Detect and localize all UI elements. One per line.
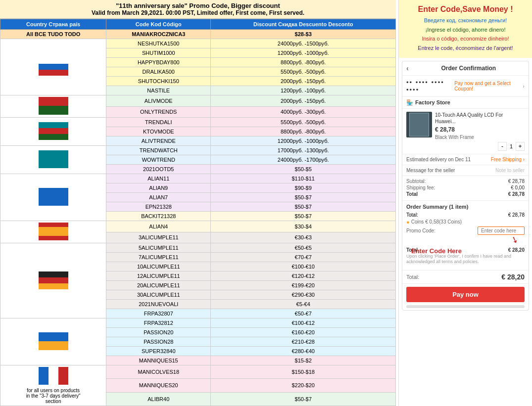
code-cell-4: DRALIKA500 [106, 67, 211, 77]
summary-total-row: Total: € 28,78 [406, 212, 525, 218]
country-cell-30 [0, 318, 106, 365]
discount-cell-20: $30-$4 [211, 221, 396, 232]
discount-cell-31: €160-€20 [211, 328, 396, 337]
discount-cell-32: €210-€28 [211, 337, 396, 347]
country-cell-22 [0, 243, 106, 318]
code-cell-8: ONLYTRENDS [106, 106, 211, 118]
code-cell-24: 10ALICUMPLE11 [106, 262, 211, 271]
promo-row: Promo Code: [406, 226, 525, 235]
discount-cell-0: $28-$3 [211, 30, 396, 39]
code-cell-35: MANICOLVES18 [106, 365, 211, 379]
coupon-link[interactable]: Pay now and get a Select Coupon! [454, 81, 523, 91]
enter-code-annotation-container: Enter Code Here ➘ [406, 236, 525, 246]
country-cell-20 [0, 221, 106, 243]
discount-cell-34: $15-$2 [211, 356, 396, 365]
discount-cell-2: 12000руб. -1000руб. [211, 48, 396, 58]
delivery-row: Estimated delivery on Dec 11 Free Shippi… [402, 154, 529, 165]
qty-increase-button[interactable]: + [516, 142, 525, 151]
code-cell-10: KTOVMODE [106, 127, 211, 136]
free-shipping-link[interactable]: Free Shipping › [491, 157, 525, 162]
code-cell-12: TRENDWATCH [106, 146, 211, 155]
store-icon: 🏪 [406, 99, 413, 106]
code-cell-15: ALIAN11 [106, 174, 211, 183]
country-cell-1 [0, 39, 106, 95]
code-cell-21: 3ALICUMPLE11 [106, 232, 211, 243]
discount-cell-14: $50-$5 [211, 165, 396, 174]
code-cell-31: PASSION20 [106, 328, 211, 337]
product-price: € 28,78 [435, 126, 525, 133]
discount-cell-3: 8800руб. -800руб. [211, 58, 396, 67]
subtotal-value: € 28,78 [508, 179, 525, 184]
right-panel: Enter Code,Save Money ! Введите код, сэк… [398, 0, 532, 406]
summary-total2-row: Total € 28,20 [406, 247, 525, 253]
code-cell-0: MANIAKROCZNICA3 [106, 30, 211, 39]
promo-header: "11th anniversary sale" Promo Code, Bigg… [0, 0, 396, 19]
discount-cell-37: $50-$7 [211, 392, 396, 406]
total-value: € 28,78 [508, 191, 525, 197]
discount-cell-29: €50-€7 [211, 309, 396, 318]
qty-control: - 1 + [435, 142, 525, 151]
discount-cell-13: 24000руб. -1700руб. [211, 155, 396, 165]
country-cell-9 [0, 118, 106, 146]
country-cell-15 [0, 174, 106, 221]
discount-cell-5: 2000руб. -150руб. [211, 77, 396, 86]
total-row: Total € 28,78 [406, 191, 525, 197]
col-discount: Discount Скидка Descuento Desconto [211, 19, 396, 30]
summary-total-label: Total: [406, 212, 418, 218]
code-cell-11: ALIVTRENDE [106, 136, 211, 146]
code-cell-2: SHUTIM1000 [106, 48, 211, 58]
code-cell-28: 2021NUEVOALI [106, 300, 211, 309]
multilang-ru: Введите код, сэкономьте деньги! [405, 16, 526, 25]
coins-value: € 0,58(33 Coins) [425, 219, 462, 225]
pay-now-button[interactable]: Pay now [406, 287, 525, 302]
promo-code-input[interactable] [478, 226, 525, 235]
code-cell-14: 2021OOTD5 [106, 165, 211, 174]
product-name: 10-Touch AAA Quality LCD For Huawei... [435, 112, 525, 125]
discount-cell-16: $90-$9 [211, 183, 396, 193]
shipping-fee-label: Shipping fee: [406, 185, 435, 190]
promo-code-section: Promo Code: Enter Code Here ➘ [406, 226, 525, 246]
discount-cell-24: €100-€10 [211, 262, 396, 271]
promo-title-line2: Valid from March 29,2021. 00:00 PST, Lim… [4, 9, 392, 16]
final-total-label: Total: [406, 274, 419, 280]
discount-cell-25: €120-€12 [211, 271, 396, 281]
discount-cell-17: $50-$7 [211, 193, 396, 202]
product-img-inner [409, 113, 429, 136]
qty-number: 1 [510, 143, 513, 149]
right-top: Enter Code,Save Money ! Введите код, сэк… [399, 0, 532, 58]
message-row: Message for the seller Note to seller [402, 165, 529, 176]
summary-title: Order Summary (1 item) [406, 204, 525, 210]
order-summary: Order Summary (1 item) Total: € 28,78 ● … [402, 201, 529, 271]
code-cell-9: TRENDALI [106, 118, 211, 127]
col-code: Code Kod Código [106, 19, 211, 30]
discount-cell-4: 5500руб. -500руб. [211, 67, 396, 77]
product-variant: Black With Frame [435, 135, 525, 140]
coins-icon: ● [406, 219, 410, 225]
delivery-label: Estimated delivery on Dec 11 [406, 157, 471, 162]
multilang-fr: Entrez le code, économisez de l'argent! [405, 44, 526, 53]
discount-cell-18: $50-$7 [211, 202, 396, 212]
code-cell-19: BACKIT21328 [106, 212, 211, 221]
discount-cell-35: $150-$18 [211, 365, 396, 379]
discount-cell-33: €280-€40 [211, 347, 396, 356]
code-cell-3: HAPPYBDAY800 [106, 58, 211, 67]
discount-cell-11: 12000руб. -1000руб. [211, 136, 396, 146]
back-arrow-icon[interactable]: ‹ [406, 64, 409, 72]
total-label: Total [406, 191, 418, 197]
multilang-pt: Insira o código, economize dinheiro! [405, 34, 526, 44]
final-total-value: € 28,20 [501, 273, 525, 281]
discount-cell-19: $50-$7 [211, 212, 396, 221]
chevron-right-icon: › [523, 83, 525, 89]
note-placeholder[interactable]: Note to seller [495, 168, 525, 173]
country-cell-7 [0, 95, 106, 118]
discount-cell-7: 2000руб. -150руб. [211, 95, 396, 107]
summary-total2-value: € 28,20 [508, 247, 525, 253]
message-label: Message for the seller [406, 168, 455, 173]
qty-decrease-button[interactable]: - [498, 142, 507, 151]
subtotal-label: Subtotal: [406, 179, 426, 184]
multilang-es: ¡Ingrese el código, ahorre dinero! [405, 25, 526, 35]
promo-label: Promo Code: [406, 228, 435, 233]
discount-cell-12: 17000руб. -1300руб. [211, 146, 396, 155]
order-box: ‹ Order Confirmation •• •••• •••• •••• P… [402, 61, 529, 311]
account-row[interactable]: •• •••• •••• •••• Pay now and get a Sele… [402, 76, 529, 97]
